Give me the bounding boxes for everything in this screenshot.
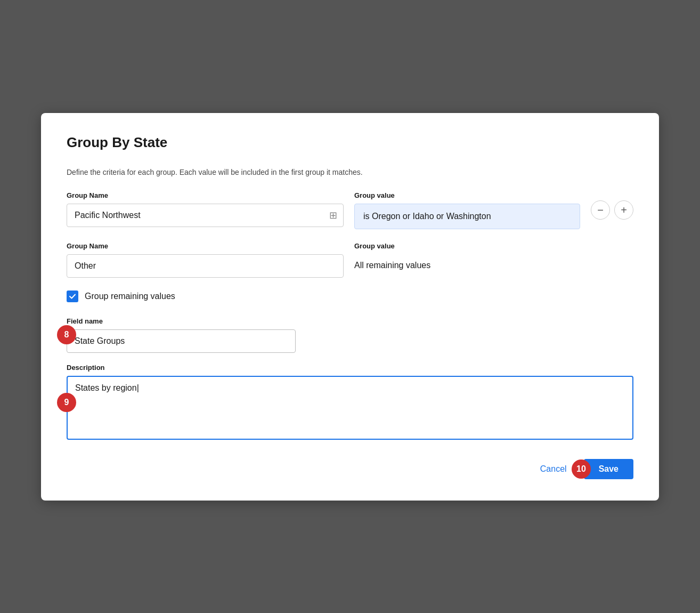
- dialog-title: Group By State: [67, 134, 633, 151]
- table-icon-group1[interactable]: ⊞: [329, 209, 337, 221]
- group1-name-input[interactable]: [67, 204, 344, 227]
- group2-name-label: Group Name: [67, 242, 344, 250]
- group-remaining-checkbox[interactable]: [67, 291, 78, 302]
- add-group-button[interactable]: +: [614, 200, 633, 220]
- group-row-1: Group Name ⊞ Group value is Oregon or Id…: [67, 191, 633, 229]
- minus-icon: −: [597, 205, 604, 215]
- remove-group1-button[interactable]: −: [591, 200, 610, 220]
- group1-value-display: is Oregon or Idaho or Washington: [354, 204, 580, 229]
- description-section: 9 Description States by region|: [67, 364, 633, 442]
- checkbox-label: Group remaining values: [85, 292, 175, 301]
- group1-value-text: is Oregon or Idaho or Washington: [363, 212, 491, 221]
- dialog-description: Define the criteria for each group. Each…: [67, 168, 633, 176]
- group-row-2: Group Name Group value All remaining val…: [67, 242, 633, 278]
- step-badge-9: 9: [57, 393, 76, 412]
- field-name-input[interactable]: [67, 329, 296, 353]
- group2-value-label: Group value: [354, 242, 633, 250]
- plus-icon: +: [621, 205, 627, 215]
- group2-value-text: All remaining values: [354, 254, 633, 277]
- group2-value-col: Group value All remaining values: [354, 242, 633, 277]
- group1-value-col: Group value is Oregon or Idaho or Washin…: [354, 191, 580, 229]
- checkmark-icon: [69, 293, 76, 300]
- checkbox-row: Group remaining values: [67, 291, 633, 302]
- description-textarea[interactable]: States by region|: [67, 376, 633, 440]
- step-badge-8: 8: [57, 325, 76, 344]
- field-name-label: Field name: [67, 317, 633, 325]
- group2-name-col: Group Name: [67, 242, 344, 278]
- step-badge-10: 10: [572, 459, 591, 479]
- group1-value-label: Group value: [354, 191, 580, 199]
- group1-name-wrapper: ⊞: [67, 204, 344, 227]
- group1-actions: − +: [591, 200, 633, 220]
- group1-name-col: Group Name ⊞: [67, 191, 344, 227]
- dialog-footer: 10 Cancel Save: [67, 459, 633, 479]
- dialog: Group By State Define the criteria for e…: [41, 113, 659, 501]
- group1-name-label: Group Name: [67, 191, 344, 199]
- field-name-section: 8 Field name: [67, 317, 633, 353]
- group2-name-input[interactable]: [67, 254, 344, 278]
- description-label: Description: [67, 364, 633, 372]
- cancel-button[interactable]: Cancel: [532, 459, 575, 479]
- save-button[interactable]: Save: [584, 459, 633, 479]
